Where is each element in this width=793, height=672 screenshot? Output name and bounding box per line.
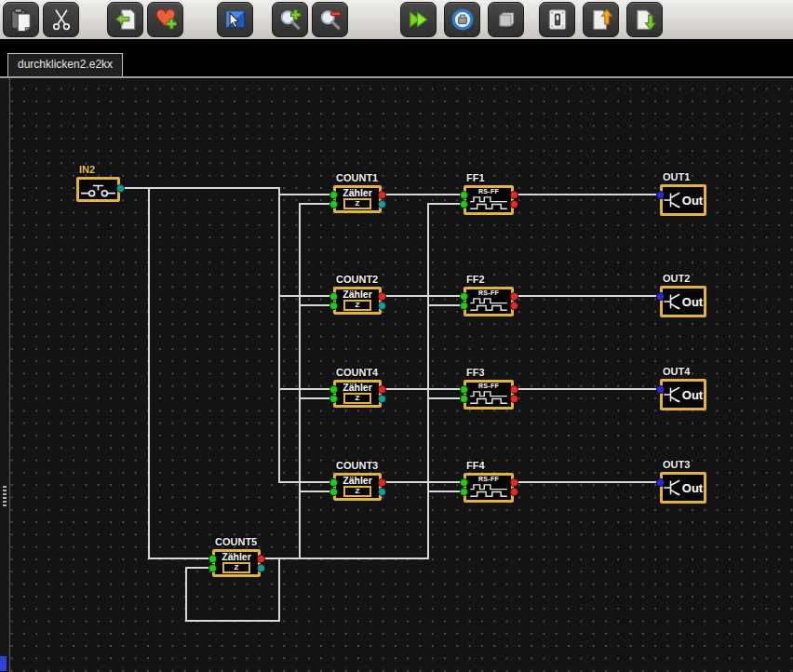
teal-port[interactable]: [116, 184, 125, 193]
green-port[interactable]: [329, 302, 338, 310]
blue-port[interactable]: [656, 478, 665, 487]
teal-port[interactable]: [378, 302, 386, 310]
block-label-in2: IN2: [79, 164, 95, 175]
green-port[interactable]: [208, 555, 217, 563]
green-port[interactable]: [460, 488, 468, 496]
red-port[interactable]: [510, 200, 518, 208]
block-ff1[interactable]: RS-FF: [464, 185, 514, 215]
teal-port[interactable]: [378, 200, 386, 208]
red-port[interactable]: [378, 292, 386, 301]
block-title: RS-FF: [466, 476, 511, 483]
block-in2[interactable]: [76, 177, 120, 202]
block-out4[interactable]: Out: [660, 379, 706, 410]
wires-layer: [0, 0, 793, 672]
red-port[interactable]: [510, 395, 518, 403]
block-count1[interactable]: ZählerZ: [333, 185, 382, 213]
block-ff3[interactable]: RS-FF: [464, 380, 514, 410]
block-label-count1: COUNT1: [336, 172, 378, 183]
block-label-out4: OUT4: [663, 366, 690, 377]
diagram-layer: IN2ZählerZCOUNT1ZählerZCOUNT2ZählerZCOUN…: [0, 0, 793, 672]
block-out1[interactable]: Out: [660, 184, 706, 216]
block-label-count3: COUNT3: [336, 460, 378, 471]
transistor-icon: [664, 190, 682, 210]
block-count4[interactable]: ZählerZ: [333, 380, 382, 408]
counter-z-box: Z: [343, 300, 371, 311]
red-port[interactable]: [257, 555, 265, 563]
output-text: Out: [682, 194, 703, 208]
block-ff2[interactable]: RS-FF: [464, 287, 514, 316]
green-port[interactable]: [460, 302, 468, 310]
red-port[interactable]: [510, 292, 518, 301]
block-label-ff4: FF4: [466, 460, 485, 471]
app-window: durchklicken2.e2kx IN2ZählerZCOUNT1Zähle…: [0, 0, 793, 672]
teal-port[interactable]: [378, 488, 386, 496]
block-title: RS-FF: [466, 289, 511, 297]
output-text: Out: [682, 481, 703, 495]
block-out3[interactable]: Out: [660, 472, 706, 504]
red-port[interactable]: [510, 478, 518, 487]
block-title: Zähler: [215, 552, 258, 562]
green-port[interactable]: [329, 488, 338, 496]
block-count2[interactable]: ZählerZ: [333, 287, 382, 315]
counter-z-box: Z: [222, 562, 250, 573]
green-port[interactable]: [460, 385, 468, 394]
block-label-count5: COUNT5: [215, 536, 257, 547]
switch-icon: [79, 181, 117, 200]
block-title: Zähler: [336, 476, 379, 486]
block-count3[interactable]: ZählerZ: [333, 473, 382, 501]
wire[interactable]: [300, 204, 333, 558]
green-port[interactable]: [329, 292, 338, 301]
block-label-out1: OUT1: [663, 171, 690, 182]
block-title: Zähler: [336, 383, 379, 393]
green-port[interactable]: [329, 191, 338, 199]
output-text: Out: [682, 388, 703, 402]
red-port[interactable]: [510, 385, 518, 394]
output-text: Out: [682, 295, 703, 309]
block-label-ff1: FF1: [466, 172, 485, 183]
counter-z-box: Z: [343, 198, 371, 209]
red-port[interactable]: [378, 191, 386, 199]
transistor-icon: [664, 291, 682, 312]
block-count5[interactable]: ZählerZ: [212, 549, 261, 577]
waveform-icon: [467, 297, 510, 313]
waveform-icon: [467, 195, 510, 211]
transistor-icon: [664, 477, 682, 498]
green-port[interactable]: [460, 395, 468, 403]
green-port[interactable]: [460, 200, 468, 208]
green-port[interactable]: [460, 191, 468, 199]
red-port[interactable]: [510, 191, 518, 199]
green-port[interactable]: [329, 395, 338, 403]
green-port[interactable]: [208, 564, 217, 572]
green-port[interactable]: [329, 200, 338, 208]
wire[interactable]: [149, 188, 212, 558]
waveform-icon: [467, 390, 510, 406]
red-port[interactable]: [510, 488, 518, 496]
block-label-out2: OUT2: [663, 273, 690, 284]
block-label-ff3: FF3: [466, 367, 485, 378]
blue-port[interactable]: [656, 385, 665, 394]
block-out2[interactable]: Out: [660, 286, 706, 317]
green-port[interactable]: [460, 478, 468, 487]
green-port[interactable]: [460, 292, 468, 301]
block-ff4[interactable]: RS-FF: [464, 473, 514, 503]
blue-port[interactable]: [656, 191, 665, 199]
block-title: RS-FF: [466, 383, 511, 390]
block-label-out3: OUT3: [663, 459, 690, 470]
red-port[interactable]: [510, 302, 518, 310]
blue-port[interactable]: [656, 292, 665, 301]
red-port[interactable]: [378, 385, 386, 394]
counter-z-box: Z: [343, 486, 371, 497]
block-title: Zähler: [336, 188, 379, 198]
counter-z-box: Z: [343, 393, 371, 404]
red-port[interactable]: [378, 478, 386, 487]
transistor-icon: [664, 384, 682, 405]
green-port[interactable]: [329, 385, 338, 394]
block-label-count4: COUNT4: [336, 367, 378, 378]
wire[interactable]: [121, 188, 333, 482]
teal-port[interactable]: [378, 395, 386, 403]
block-label-count2: COUNT2: [336, 274, 378, 285]
waveform-icon: [467, 483, 510, 499]
green-port[interactable]: [329, 478, 338, 487]
block-label-ff2: FF2: [466, 274, 485, 285]
teal-port[interactable]: [257, 564, 265, 572]
